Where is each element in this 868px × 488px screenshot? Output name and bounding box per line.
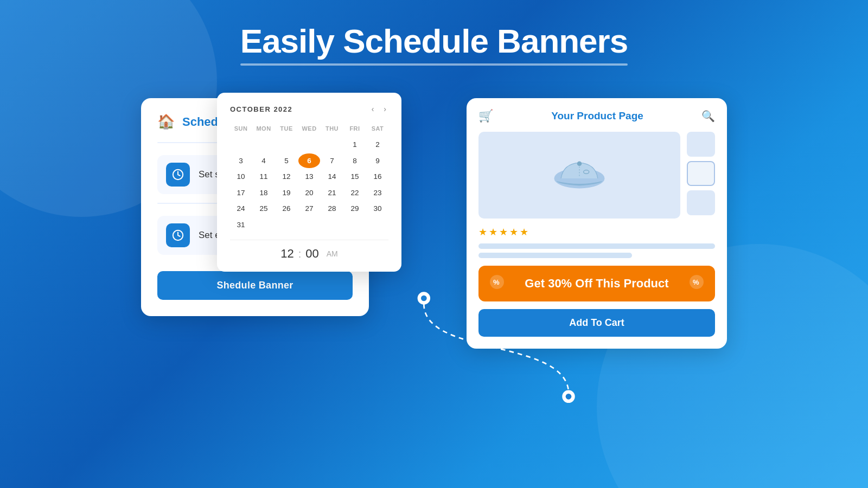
calendar-day[interactable]: 18 [253, 185, 275, 201]
time-min: 00 [305, 247, 318, 261]
calendar-day[interactable]: 14 [321, 169, 343, 184]
add-to-cart-button[interactable]: Add To Cart [478, 309, 715, 337]
product-page-title: Your Product Page [551, 110, 643, 122]
left-panel-wrap: 🏠 Schedu... Set start d... [141, 98, 423, 316]
clock-icon-end [166, 223, 190, 247]
time-separator: : [298, 248, 302, 260]
star-1: ★ [478, 226, 487, 238]
calendar-dow: TUE [276, 123, 297, 136]
calendar-day[interactable]: 29 [344, 201, 366, 216]
panels-row: 🏠 Schedu... Set start d... [141, 98, 727, 349]
star-3: ★ [499, 226, 508, 238]
svg-text:%: % [493, 278, 500, 286]
product-cap-illustration [550, 153, 609, 197]
calendar-day[interactable]: 30 [367, 201, 388, 216]
banner-text: Get 30% Off This Product [505, 277, 689, 291]
discount-banner: % Get 30% Off This Product % [478, 266, 715, 301]
product-line-1 [478, 243, 715, 249]
time-ampm: AM [327, 249, 338, 258]
calendar-day[interactable]: 13 [298, 169, 320, 184]
calendar-day[interactable]: 11 [253, 169, 275, 184]
calendar-day[interactable]: 25 [253, 201, 275, 216]
calendar-dow: SAT [367, 123, 388, 136]
calendar-month: OCTOBER 2022 [230, 105, 292, 113]
calendar-day[interactable]: 21 [321, 185, 343, 201]
calendar-day[interactable]: 20 [298, 185, 320, 201]
time-hour: 12 [280, 247, 293, 261]
product-image-area [478, 132, 715, 219]
thumbnail-2 [687, 161, 715, 186]
calendar-day[interactable]: 2 [367, 137, 388, 152]
calendar-day[interactable]: 27 [298, 201, 320, 216]
calendar-dow: MON [253, 123, 275, 136]
calendar-grid: SUNMONTUEWEDTHUFRISAT1234567891011121314… [230, 123, 388, 232]
calendar-dow: SUN [230, 123, 252, 136]
home-icon: 🏠 [157, 113, 175, 130]
thumbnail-3 [687, 190, 715, 215]
calendar-day[interactable]: 17 [230, 185, 252, 201]
calendar-prev-button[interactable]: ‹ [369, 104, 376, 114]
calendar-day[interactable]: 1 [344, 137, 366, 152]
calendar-day[interactable]: 7 [321, 153, 343, 169]
calendar-time-row: 12 : 00 AM [230, 240, 388, 261]
star-4: ★ [509, 226, 518, 238]
calendar-day[interactable]: 24 [230, 201, 252, 216]
page-title: Easily Schedule Banners [240, 22, 628, 66]
calendar-day[interactable]: 12 [276, 169, 297, 184]
calendar-day[interactable]: 31 [230, 217, 252, 233]
pct-icon-left: % [489, 274, 505, 293]
svg-point-4 [563, 391, 574, 402]
calendar-popup: OCTOBER 2022 ‹ › SUNMONTUEWEDTHUFRISAT12… [217, 93, 401, 272]
calendar-day[interactable]: 5 [276, 153, 297, 169]
cart-icon: 🛒 [478, 109, 493, 123]
calendar-header: OCTOBER 2022 ‹ › [230, 104, 388, 114]
calendar-day[interactable]: 10 [230, 169, 252, 184]
product-lines [478, 243, 715, 258]
pct-icon-right: % [689, 274, 704, 293]
calendar-dow: THU [321, 123, 343, 136]
star-5: ★ [520, 226, 528, 238]
calendar-day[interactable]: 23 [367, 185, 388, 201]
product-thumbnails [687, 132, 715, 219]
svg-point-5 [566, 394, 572, 400]
calendar-day[interactable]: 26 [276, 201, 297, 216]
calendar-day[interactable]: 6 [298, 153, 320, 169]
stars-row: ★ ★ ★ ★ ★ [478, 226, 715, 238]
calendar-nav: ‹ › [369, 104, 388, 114]
calendar-day[interactable]: 28 [321, 201, 343, 216]
star-2: ★ [489, 226, 497, 238]
svg-text:%: % [693, 278, 699, 286]
calendar-dow: FRI [344, 123, 366, 136]
calendar-dow: WED [298, 123, 320, 136]
calendar-day[interactable]: 9 [367, 153, 388, 169]
calendar-day[interactable]: 22 [344, 185, 366, 201]
calendar-day[interactable]: 3 [230, 153, 252, 169]
right-panel: 🛒 Your Product Page 🔍 [467, 98, 727, 349]
calendar-day[interactable]: 4 [253, 153, 275, 169]
calendar-day[interactable]: 15 [344, 169, 366, 184]
thumbnail-1 [687, 132, 715, 157]
search-icon: 🔍 [701, 110, 715, 123]
calendar-day[interactable]: 8 [344, 153, 366, 169]
calendar-next-button[interactable]: › [381, 104, 388, 114]
schedule-banner-button[interactable]: Shedule Banner [157, 271, 353, 300]
product-line-2 [478, 253, 632, 258]
calendar-day[interactable]: 19 [276, 185, 297, 201]
clock-icon-start [166, 163, 190, 187]
product-page-header: 🛒 Your Product Page 🔍 [478, 109, 715, 123]
product-main-image [478, 132, 680, 219]
calendar-day[interactable]: 16 [367, 169, 388, 184]
